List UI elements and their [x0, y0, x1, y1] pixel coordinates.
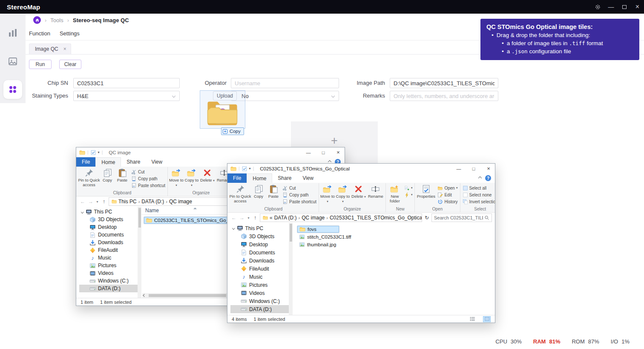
nav-desktop[interactable]: Desktop — [230, 240, 293, 248]
copy-button[interactable]: Copy — [251, 184, 266, 199]
forward-icon[interactable]: → — [239, 215, 245, 221]
minimize-button[interactable]: — — [604, 0, 618, 14]
address-crumb[interactable]: C02533C1_TILES_STOmics_Go_Optical — [330, 215, 422, 221]
clear-button[interactable]: Clear — [59, 60, 81, 69]
back-icon[interactable]: ← — [79, 199, 86, 205]
nav-windows-c[interactable]: Windows (C:) — [79, 277, 141, 285]
close-button[interactable]: × — [332, 147, 345, 157]
nav-3d-objects[interactable]: 3D Objects — [230, 232, 293, 240]
up-icon[interactable]: ↑ — [101, 199, 107, 205]
move-to-button[interactable]: Move to ▾ — [169, 167, 184, 187]
upload-select[interactable]: No — [231, 91, 339, 101]
tab-home[interactable]: Home — [95, 157, 121, 167]
address-crumb[interactable]: DATA (D:) — [274, 215, 297, 221]
nav-windows-c[interactable]: Windows (C:) — [230, 297, 293, 305]
view-details-icon[interactable] — [469, 316, 476, 322]
nav-3d-objects[interactable]: 3D Objects — [79, 216, 141, 223]
copy-to-button[interactable]: Copy to ▾ — [184, 167, 199, 187]
copy-to-button[interactable]: Copy to ▾ — [335, 184, 351, 203]
select-none-button[interactable]: Select none — [461, 191, 495, 198]
address-crumb[interactable]: QC image — [302, 215, 325, 221]
chip-sn-input[interactable] — [73, 78, 180, 88]
cut-button[interactable]: Cut — [281, 185, 318, 191]
tab-file[interactable]: File — [227, 173, 247, 183]
nav-this-pc[interactable]: This PC — [79, 208, 141, 216]
breadcrumb-tools[interactable]: Tools — [50, 17, 63, 23]
address-crumb[interactable]: This PC — [118, 199, 137, 205]
scrollbar-thumb[interactable] — [149, 294, 226, 297]
window-titlebar[interactable]: | ▾ | C02533C1_TILES_STOmics_Go_Optical … — [227, 164, 495, 173]
nav-music[interactable]: ♪Music — [79, 254, 141, 262]
nav-videos[interactable]: Videos — [230, 289, 293, 297]
sidebar-item-images[interactable] — [8, 56, 18, 66]
home-icon[interactable] — [33, 16, 41, 24]
maximize-button[interactable]: □ — [467, 164, 480, 173]
nav-desktop[interactable]: Desktop — [79, 223, 141, 231]
properties-button[interactable]: Properties — [416, 184, 436, 199]
nav-data-d[interactable]: DATA (D:) — [79, 285, 141, 292]
nav-fileaudit[interactable]: FileAudit — [230, 265, 293, 273]
edit-button[interactable]: Edit — [436, 191, 459, 198]
nav-fileaudit[interactable]: FileAudit — [79, 246, 141, 254]
search-input[interactable] — [434, 215, 483, 220]
tab-view[interactable]: View — [146, 157, 168, 167]
recent-locations-icon[interactable]: ▾ — [247, 216, 250, 220]
minimize-button[interactable]: — — [302, 147, 315, 157]
select-all-button[interactable]: Select all — [461, 185, 495, 191]
pin-quick-access-button[interactable]: Pin to Quick access — [229, 184, 251, 203]
nav-scrollbar[interactable] — [289, 223, 293, 315]
operator-input[interactable] — [231, 78, 339, 88]
pin-quick-access-button[interactable]: Pin to Quick access — [78, 167, 100, 187]
address-field[interactable]: « DATA (D:) › QC image › C02533C1_TILES_… — [260, 213, 422, 222]
invert-selection-button[interactable]: Invert selection — [461, 198, 495, 205]
tab-file[interactable]: File — [76, 157, 95, 167]
nav-music[interactable]: ♪Music — [230, 273, 293, 281]
maximize-button[interactable]: □ — [317, 147, 330, 157]
settings-gear-icon[interactable] — [591, 0, 604, 14]
tab-close-icon[interactable]: × — [63, 46, 66, 52]
column-header-name[interactable]: Name — [141, 207, 229, 215]
address-crumb[interactable]: QC image — [169, 199, 192, 205]
tab-home[interactable]: Home — [247, 173, 272, 183]
menu-settings[interactable]: Settings — [60, 30, 80, 37]
address-crumb[interactable]: DATA (D:) — [141, 199, 164, 205]
scrollbar-thumb[interactable] — [290, 224, 292, 242]
rename-button[interactable]: Rename — [367, 184, 385, 199]
nav-this-pc[interactable]: This PC — [230, 224, 293, 232]
scroll-left-icon[interactable] — [143, 294, 146, 297]
history-button[interactable]: History — [436, 198, 459, 205]
nav-scrollbar[interactable] — [138, 207, 141, 298]
new-item-button[interactable]: ▾ — [403, 185, 414, 191]
tab-view[interactable]: View — [297, 173, 319, 183]
view-thumbnails-icon[interactable] — [483, 316, 491, 322]
move-to-button[interactable]: Move to ▾ — [320, 184, 335, 203]
quick-access-caret-icon[interactable]: ▾ — [249, 167, 251, 170]
nav-documents[interactable]: Documents — [79, 231, 141, 239]
paste-button[interactable]: Paste — [115, 167, 130, 183]
paste-shortcut-button[interactable]: Paste shortcut — [130, 182, 167, 189]
copy-path-button[interactable]: Copy path — [281, 191, 318, 198]
delete-button[interactable]: Delete ▾ — [199, 167, 216, 183]
image-path-input[interactable] — [390, 78, 498, 88]
run-button[interactable]: Run — [29, 60, 52, 69]
file-row-fovs[interactable]: fovs — [297, 225, 339, 233]
nav-videos[interactable]: Videos — [79, 269, 141, 277]
checkbox-icon[interactable] — [91, 150, 96, 155]
tab-share[interactable]: Share — [121, 157, 146, 167]
remarks-input[interactable] — [390, 91, 498, 101]
staining-types-select[interactable]: H&E — [73, 91, 180, 101]
copy-path-button[interactable]: Copy path — [130, 175, 167, 182]
up-icon[interactable]: ↑ — [252, 215, 259, 221]
forward-icon[interactable]: → — [87, 199, 94, 205]
paste-button[interactable]: Paste — [266, 184, 281, 199]
tab-share[interactable]: Share — [272, 173, 297, 183]
paste-shortcut-button[interactable]: Paste shortcut — [281, 198, 318, 205]
close-button[interactable]: × — [631, 0, 644, 14]
tab-image-qc[interactable]: Image QC × — [29, 43, 71, 54]
collapse-ribbon-icon[interactable] — [475, 173, 485, 183]
nav-downloads[interactable]: Downloads — [230, 257, 293, 265]
file-row-thumbnail-jpg[interactable]: thumbnail.jpg — [297, 241, 339, 248]
window-titlebar[interactable]: | ▾ | QC image — □ × — [76, 147, 345, 157]
open-button[interactable]: Open▾ — [436, 185, 459, 191]
back-icon[interactable]: ← — [230, 215, 237, 221]
